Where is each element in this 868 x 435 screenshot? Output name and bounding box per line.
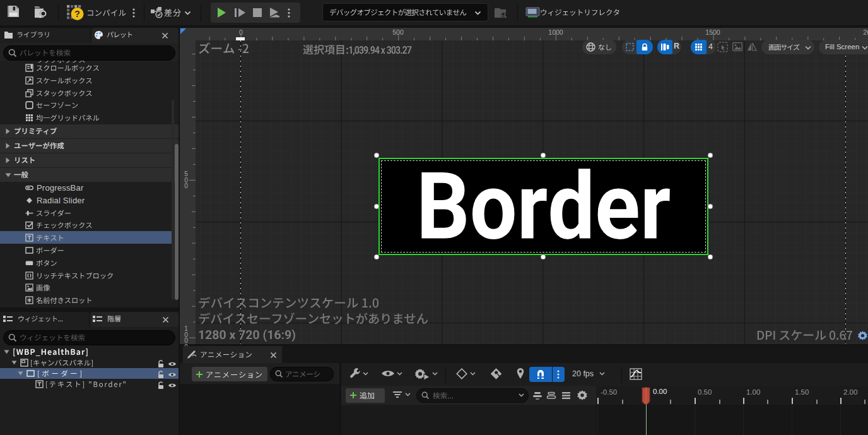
svg-text:?: ? xyxy=(74,9,80,19)
